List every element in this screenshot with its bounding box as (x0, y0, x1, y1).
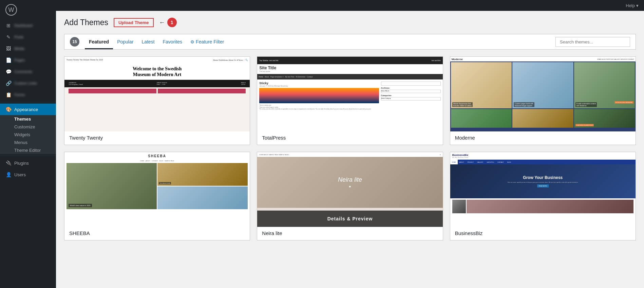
page-title: Add Themes (64, 18, 108, 27)
sidebar-divider2 (0, 156, 56, 156)
theme-card-neira-lite[interactable]: HOME ABOUT SAMPLE PAGE SAMPLE PAGE2 ♥ Ne… (257, 152, 443, 240)
sidebar-item-forms[interactable]: 📋 Forms (0, 89, 56, 101)
theme-card-sheeba[interactable]: SHEEBA HOMEABOUTCONTACTBLOGSAMPLE PAGE W… (64, 152, 250, 240)
sidebar-item-appearance[interactable]: 🎨 Appearance (0, 104, 56, 115)
sidebar-item-plugins[interactable]: 🔌 Plugins (0, 157, 56, 169)
sidebar-item-label: Comments (14, 70, 32, 74)
tt-hero: Welcome to the SwedishMuseum of Modern A… (64, 63, 250, 80)
sidebar-plugins-label: Plugins (14, 161, 29, 166)
feature-filter-label: Feature Filter (196, 39, 224, 44)
nl-name: Neira lite (338, 176, 362, 183)
theme-preview-totalpress: Top Sidebar: text and link text and link… (257, 57, 442, 131)
tab-popular[interactable]: Popular (113, 34, 137, 49)
tab-latest[interactable]: Latest (137, 34, 158, 49)
sidebar-item-label: Custom Links (14, 81, 37, 85)
sidebar-sub-theme-editor[interactable]: Theme Editor (0, 146, 56, 154)
theme-card-twenty-twenty[interactable]: Twenty Twenty The Default Theme for 2020… (64, 56, 250, 145)
wp-icon: W (5, 4, 17, 16)
sidebar-appearance-submenu: Themes Customize Widgets Menus Theme Edi… (0, 115, 56, 154)
theme-name-twenty-twenty: Twenty Twenty (64, 131, 250, 145)
sh-nav: HOMEABOUTCONTACTBLOGSAMPLE PAGE (64, 160, 250, 162)
sidebar-item-media[interactable]: 🖼 Media (0, 43, 56, 54)
theme-name-sheeba: SHEEBA (64, 227, 250, 240)
sidebar-divider (0, 102, 56, 102)
sidebar-appearance-header[interactable]: 🎨 Appearance (0, 104, 56, 115)
page-header: Add Themes Upload Theme ← 1 (64, 18, 636, 27)
comments-icon: 💬 (5, 69, 12, 75)
theme-name-neira-lite: Neira lite (257, 227, 442, 240)
theme-card-totalpress[interactable]: Top Sidebar: text and link text and link… (257, 56, 443, 145)
forms-icon: 📋 (5, 92, 12, 98)
media-icon: 🖼 (5, 46, 12, 52)
bb-people (450, 198, 636, 215)
sidebar: W ⊞ Dashboard ✎ Posts 🖼 Media 📄 Pages 💬 … (0, 0, 56, 288)
plugins-icon: 🔌 (5, 160, 12, 166)
dashboard-icon: ⊞ (5, 22, 12, 29)
sidebar-sub-menus[interactable]: Menus (0, 139, 56, 146)
tt-dark-bar: ADDRESS123 Storgatan, Umeå OPEN TODAY9:0… (64, 80, 250, 87)
badge-number: 1 (167, 18, 177, 27)
theme-card-businessbiz[interactable]: BusinessBiz We offers Business Theme HOM… (450, 152, 636, 240)
upload-theme-button[interactable]: Upload Theme (114, 18, 154, 27)
theme-card-moderne[interactable]: Moderne HOME BLOG PORTFOLIO GALLERY SERV… (450, 56, 636, 145)
search-themes-input[interactable] (555, 37, 630, 47)
theme-preview-sheeba: SHEEBA HOMEABOUTCONTACTBLOGSAMPLE PAGE W… (64, 152, 250, 227)
sidebar-users-label: Users (14, 172, 26, 177)
sidebar-item-label: Pages (14, 58, 25, 62)
mod-topbar: Moderne HOME BLOG PORTFOLIO GALLERY SERV… (450, 57, 636, 61)
sidebar-sub-widgets[interactable]: Widgets (0, 131, 56, 139)
sidebar-item-label: Media (14, 47, 24, 51)
theme-preview-twenty-twenty: Twenty Twenty The Default Theme for 2020… (64, 57, 250, 131)
tab-favorites[interactable]: Favorites (159, 34, 187, 49)
tab-featured[interactable]: Featured (85, 34, 113, 49)
sidebar-item-pages[interactable]: 📄 Pages (0, 54, 56, 66)
sidebar-appearance-label: Appearance (14, 107, 38, 112)
upload-arrow-annotation: ← 1 (159, 18, 177, 27)
tp-nav: Home About Page templates ▾ My test Post… (257, 74, 442, 79)
nl-nav: HOME ABOUT SAMPLE PAGE SAMPLE PAGE2 ♥ (257, 152, 442, 157)
help-button[interactable]: Help ▾ (626, 3, 639, 8)
wp-logo: W (0, 0, 56, 20)
bb-nav: HOME ABOUT PROJECT GALLERY LAYOUTS ▾ CON… (450, 160, 636, 164)
theme-name-moderne: Moderne (450, 131, 636, 145)
sh-img-grid: World's best nature in 2020 Two placed s… (64, 163, 250, 211)
theme-name-businessbiz: BusinessBiz (450, 227, 636, 240)
sidebar-item-users[interactable]: 👤 Users (0, 169, 56, 180)
tt-topbar: Twenty Twenty The Default Theme for 2020… (64, 57, 250, 63)
users-icon: 👤 (5, 172, 12, 178)
posts-icon: ✎ (5, 34, 12, 40)
sidebar-item-links[interactable]: 🔗 Custom Links (0, 77, 56, 89)
theme-preview-businessbiz: BusinessBiz We offers Business Theme HOM… (450, 152, 636, 227)
nl-heart: ♥ (349, 185, 351, 188)
links-icon: 🔗 (5, 80, 12, 86)
nl-hero: Neira lite ♥ (257, 157, 442, 208)
pages-icon: 📄 (5, 57, 12, 63)
main-content: Help ▾ Add Themes Upload Theme ← 1 15 Fe… (56, 0, 644, 288)
topbar: Help ▾ (56, 0, 644, 11)
themes-count-badge: 15 (70, 37, 79, 47)
tabs-bar: 15 Featured Popular Latest Favorites ⚙ F… (64, 34, 636, 50)
sidebar-item-label: Forms (14, 93, 25, 97)
sh-title: SHEEBA (64, 152, 250, 160)
sidebar-item-comments[interactable]: 💬 Comments (0, 66, 56, 77)
gear-icon: ⚙ (190, 39, 194, 44)
sidebar-sub-customize[interactable]: Customize (0, 123, 56, 131)
content-area: Add Themes Upload Theme ← 1 15 Featured … (56, 11, 644, 288)
arrow-icon: ← (159, 19, 165, 26)
tp-content: Sticky January 7, 2023 by Michael Mountn… (257, 79, 442, 112)
theme-name-totalpress: TotalPress (257, 131, 442, 145)
sidebar-item-label: Dashboard (14, 23, 33, 28)
bb-hero: Grow Your Business Here we some specific… (450, 164, 636, 198)
theme-preview-neira: HOME ABOUT SAMPLE PAGE SAMPLE PAGE2 ♥ Ne… (257, 152, 442, 227)
feature-filter-button[interactable]: ⚙ Feature Filter (186, 34, 228, 49)
sidebar-item-posts[interactable]: ✎ Posts (0, 31, 56, 43)
sidebar-sub-themes[interactable]: Themes (0, 115, 56, 123)
themes-grid: Twenty Twenty The Default Theme for 2020… (64, 56, 636, 240)
neira-overlay[interactable]: Details & Preview (257, 211, 442, 227)
tt-red-bars (64, 87, 250, 95)
mod-row2: FEATURED SLIDER POST (450, 109, 636, 128)
mod-label: FEATURED SLIDER POST (575, 124, 594, 126)
mod-grid: Mobile Responsive thatincludes Slider & … (450, 61, 636, 109)
sidebar-item-dashboard[interactable]: ⊞ Dashboard (0, 20, 56, 31)
theme-preview-moderne: Moderne HOME BLOG PORTFOLIO GALLERY SERV… (450, 57, 636, 131)
